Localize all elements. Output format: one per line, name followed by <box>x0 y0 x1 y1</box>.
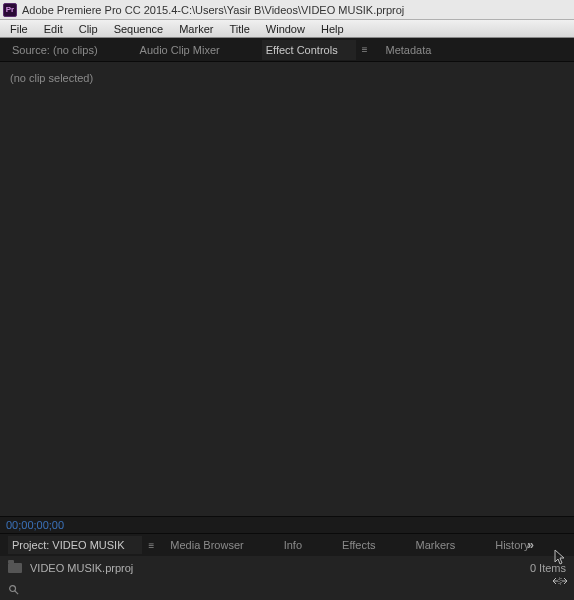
tab-effects[interactable]: Effects <box>320 536 393 554</box>
lower-panel-tabs: Project: VIDEO MUSIK ≡ Media Browser Inf… <box>0 534 574 556</box>
tab-effect-controls[interactable]: Effect Controls <box>262 40 356 60</box>
menu-marker[interactable]: Marker <box>171 22 221 36</box>
bin-icon <box>8 563 22 573</box>
menu-file[interactable]: File <box>2 22 36 36</box>
menubar: File Edit Clip Sequence Marker Title Win… <box>0 20 574 38</box>
tools-panel <box>550 548 570 590</box>
upper-panel-tabs: Source: (no clips) Audio Clip Mixer Effe… <box>0 38 574 62</box>
tab-history[interactable]: History <box>473 536 547 554</box>
panel-menu-icon[interactable]: ≡ <box>356 44 374 55</box>
panel-menu-icon[interactable]: ≡ <box>142 540 160 551</box>
svg-rect-2 <box>559 578 561 584</box>
search-icon[interactable] <box>8 584 19 597</box>
svg-line-1 <box>15 590 18 593</box>
menu-clip[interactable]: Clip <box>71 22 106 36</box>
app-title: Adobe Premiere Pro CC 2015.4 <box>22 4 177 16</box>
selection-tool-icon[interactable] <box>550 548 570 566</box>
timecode-row: 00;00;00;00 <box>0 516 574 534</box>
titlebar[interactable]: Pr Adobe Premiere Pro CC 2015.4 - C:\Use… <box>0 0 574 20</box>
tab-audio-clip-mixer[interactable]: Audio Clip Mixer <box>116 40 238 60</box>
tab-source[interactable]: Source: (no clips) <box>8 40 116 60</box>
tab-media-browser[interactable]: Media Browser <box>160 536 261 554</box>
effect-controls-panel: (no clip selected) <box>0 62 574 516</box>
project-toolbar <box>0 580 574 600</box>
svg-point-0 <box>10 585 16 591</box>
timecode-value[interactable]: 00;00;00;00 <box>6 519 64 531</box>
app-icon: Pr <box>3 3 17 17</box>
tab-info[interactable]: Info <box>262 536 320 554</box>
tab-markers[interactable]: Markers <box>393 536 473 554</box>
overflow-icon[interactable]: » <box>527 538 534 552</box>
menu-help[interactable]: Help <box>313 22 352 36</box>
project-filename: VIDEO MUSIK.prproj <box>30 562 530 574</box>
project-panel: VIDEO MUSIK.prproj 0 Items <box>0 556 574 580</box>
ripple-edit-tool-icon[interactable] <box>550 572 570 590</box>
no-clip-label: (no clip selected) <box>10 72 564 84</box>
file-path: C:\Users\Yasir B\Videos\VIDEO MUSIK.prpr… <box>181 4 404 16</box>
menu-title[interactable]: Title <box>221 22 257 36</box>
menu-edit[interactable]: Edit <box>36 22 71 36</box>
tab-metadata[interactable]: Metadata <box>373 40 449 60</box>
menu-window[interactable]: Window <box>258 22 313 36</box>
menu-sequence[interactable]: Sequence <box>106 22 172 36</box>
tab-project[interactable]: Project: VIDEO MUSIK <box>8 536 142 554</box>
